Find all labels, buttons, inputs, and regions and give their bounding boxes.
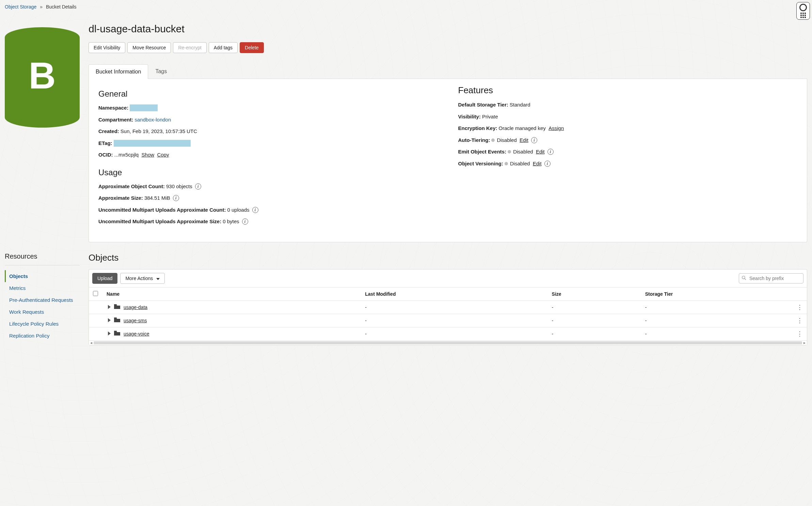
visibility-value: Private <box>482 113 498 121</box>
last-modified-cell: - <box>361 314 547 327</box>
delete-button[interactable]: Delete <box>240 42 264 53</box>
resource-item-pre-auth[interactable]: Pre-Authenticated Requests <box>5 294 80 306</box>
col-last-modified-header[interactable]: Last Modified <box>361 287 547 300</box>
chevron-right-icon[interactable] <box>108 305 111 310</box>
breadcrumb-root-link[interactable]: Object Storage <box>5 4 36 10</box>
select-all-checkbox[interactable] <box>93 291 98 296</box>
help-widget[interactable] <box>796 2 810 20</box>
ocid-value: ...mx5cpjlq <box>114 151 139 159</box>
encryption-row: Encryption Key: Oracle managed key Assig… <box>458 125 798 132</box>
row-actions-menu[interactable]: ⋮ <box>797 330 803 337</box>
resource-item-work-requests[interactable]: Work Requests <box>5 306 80 318</box>
chevron-down-icon <box>156 276 160 281</box>
ocid-label: OCID: <box>98 151 113 159</box>
scroll-right-arrow[interactable]: ► <box>802 341 807 345</box>
row-actions-menu[interactable]: ⋮ <box>797 317 803 324</box>
emit-events-edit-link[interactable]: Edit <box>536 148 545 156</box>
info-icon[interactable]: i <box>173 195 179 201</box>
resource-link[interactable]: Metrics <box>9 285 26 291</box>
compartment-row: Compartment: sandbox-london <box>98 116 438 124</box>
upload-button[interactable]: Upload <box>92 273 117 284</box>
info-icon[interactable]: i <box>544 161 551 167</box>
objects-toolbar: Upload More Actions <box>89 270 807 287</box>
object-name-link[interactable]: usage-sms <box>124 318 147 323</box>
status-dot-disabled <box>491 138 495 142</box>
info-icon[interactable]: i <box>547 149 554 155</box>
resource-link[interactable]: Lifecycle Policy Rules <box>9 321 59 327</box>
usage-heading: Usage <box>98 168 438 177</box>
resource-link[interactable]: Pre-Authenticated Requests <box>9 297 73 303</box>
horizontal-scrollbar[interactable]: ◄ ► <box>89 340 807 345</box>
mpu-count-label: Uncommitted Multipart Uploads Approximat… <box>98 206 226 214</box>
etag-label: ETag: <box>98 140 112 147</box>
table-row: usage-data - - - ⋮ <box>89 300 807 314</box>
mpu-count-value: 0 uploads <box>227 206 249 214</box>
versioning-edit-link[interactable]: Edit <box>533 160 542 168</box>
namespace-label: Namespace: <box>98 104 128 112</box>
namespace-value-redacted <box>130 104 158 111</box>
emit-events-label: Emit Object Events: <box>458 148 507 156</box>
folder-icon <box>114 331 120 337</box>
object-name-link[interactable]: usage-data <box>124 305 147 310</box>
tab-bucket-information[interactable]: Bucket Information <box>89 64 148 79</box>
apps-grid-icon <box>800 13 806 18</box>
chevron-right-icon[interactable] <box>108 331 111 337</box>
breadcrumb: Object Storage » Bucket Details <box>0 0 812 14</box>
info-icon[interactable]: i <box>252 207 258 213</box>
edit-visibility-button[interactable]: Edit Visibility <box>89 42 125 53</box>
re-encrypt-button: Re-encrypt <box>173 42 206 53</box>
resource-link[interactable]: Replication Policy <box>9 333 49 339</box>
general-heading: General <box>98 89 438 99</box>
last-modified-cell: - <box>361 300 547 314</box>
storage-tier-label: Default Storage Tier: <box>458 101 508 109</box>
scroll-left-arrow[interactable]: ◄ <box>89 341 94 345</box>
objects-panel: Upload More Actions <box>89 269 807 345</box>
compartment-label: Compartment: <box>98 116 133 124</box>
add-tags-button[interactable]: Add tags <box>209 42 238 53</box>
col-storage-tier-header[interactable]: Storage Tier <box>641 287 793 300</box>
mpu-size-row: Uncommitted Multipart Uploads Approximat… <box>98 218 438 226</box>
page-title: dl-usage-data-bucket <box>89 23 807 35</box>
table-row: usage-sms - - - ⋮ <box>89 314 807 327</box>
move-resource-button[interactable]: Move Resource <box>127 42 171 53</box>
visibility-row: Visibility: Private <box>458 113 798 121</box>
col-name-header[interactable]: Name <box>102 287 361 300</box>
emit-events-row: Emit Object Events: Disabled Edit i <box>458 148 798 156</box>
more-actions-button[interactable]: More Actions <box>120 273 165 284</box>
svg-line-1 <box>745 278 746 280</box>
tab-tags[interactable]: Tags <box>148 64 174 79</box>
features-heading: Features <box>458 85 798 96</box>
mpu-count-row: Uncommitted Multipart Uploads Approximat… <box>98 206 438 214</box>
resource-item-metrics[interactable]: Metrics <box>5 282 80 294</box>
compartment-link[interactable]: sandbox-london <box>135 116 171 124</box>
search-input[interactable] <box>739 273 803 283</box>
versioning-label: Object Versioning: <box>458 160 504 168</box>
approx-size-label: Approximate Size: <box>98 194 143 202</box>
resources-list: Objects Metrics Pre-Authenticated Reques… <box>5 270 80 342</box>
info-icon[interactable]: i <box>242 218 248 225</box>
info-icon[interactable]: i <box>531 137 537 143</box>
resource-link[interactable]: Work Requests <box>9 309 44 315</box>
tabs: Bucket Information Tags <box>89 64 807 79</box>
emit-events-value: Disabled <box>513 148 533 156</box>
resource-item-objects[interactable]: Objects <box>5 270 80 282</box>
object-name-link[interactable]: usage-voice <box>124 331 149 337</box>
ocid-show-link[interactable]: Show <box>142 151 155 159</box>
encryption-assign-link[interactable]: Assign <box>548 125 564 132</box>
ocid-row: OCID: ...mx5cpjlq Show Copy <box>98 151 438 159</box>
col-size-header[interactable]: Size <box>548 287 641 300</box>
resource-item-lifecycle[interactable]: Lifecycle Policy Rules <box>5 318 80 330</box>
created-value: Sun, Feb 19, 2023, 10:57:35 UTC <box>121 128 197 135</box>
chevron-right-icon[interactable] <box>108 318 111 323</box>
row-actions-menu[interactable]: ⋮ <box>797 304 803 311</box>
resource-link[interactable]: Objects <box>9 273 28 279</box>
encryption-value: Oracle managed key <box>499 125 546 132</box>
storage-tier-cell: - <box>641 300 793 314</box>
auto-tiering-edit-link[interactable]: Edit <box>520 136 528 144</box>
auto-tiering-row: Auto-Tiering: Disabled Edit i <box>458 136 798 144</box>
search-icon <box>742 275 746 281</box>
ocid-copy-link[interactable]: Copy <box>157 151 169 159</box>
info-icon[interactable]: i <box>195 183 201 190</box>
resource-item-replication[interactable]: Replication Policy <box>5 330 80 342</box>
obj-count-value: 930 objects <box>166 183 192 191</box>
